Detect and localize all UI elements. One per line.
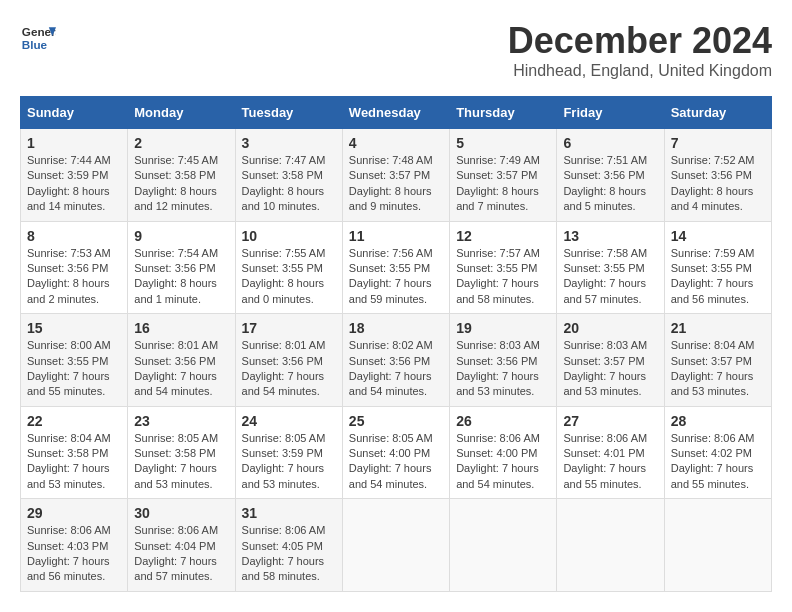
day-number: 26 [456,413,550,429]
cell-info: Sunrise: 7:59 AM Sunset: 3:55 PM Dayligh… [671,246,765,308]
cell-info: Sunrise: 8:06 AM Sunset: 4:05 PM Dayligh… [242,523,336,585]
week-row-4: 22Sunrise: 8:04 AM Sunset: 3:58 PM Dayli… [21,406,772,499]
day-number: 22 [27,413,121,429]
day-number: 31 [242,505,336,521]
logo: General Blue [20,20,56,56]
day-number: 20 [563,320,657,336]
calendar-cell: 18Sunrise: 8:02 AM Sunset: 3:56 PM Dayli… [342,314,449,407]
day-number: 28 [671,413,765,429]
header-saturday: Saturday [664,97,771,129]
day-number: 30 [134,505,228,521]
cell-info: Sunrise: 7:48 AM Sunset: 3:57 PM Dayligh… [349,153,443,215]
calendar-cell: 8Sunrise: 7:53 AM Sunset: 3:56 PM Daylig… [21,221,128,314]
calendar-cell: 2Sunrise: 7:45 AM Sunset: 3:58 PM Daylig… [128,129,235,222]
cell-info: Sunrise: 8:06 AM Sunset: 4:04 PM Dayligh… [134,523,228,585]
day-number: 8 [27,228,121,244]
cell-info: Sunrise: 7:45 AM Sunset: 3:58 PM Dayligh… [134,153,228,215]
calendar-cell: 6Sunrise: 7:51 AM Sunset: 3:56 PM Daylig… [557,129,664,222]
calendar-cell: 27Sunrise: 8:06 AM Sunset: 4:01 PM Dayli… [557,406,664,499]
day-number: 17 [242,320,336,336]
day-number: 18 [349,320,443,336]
day-number: 14 [671,228,765,244]
calendar-cell: 21Sunrise: 8:04 AM Sunset: 3:57 PM Dayli… [664,314,771,407]
day-number: 24 [242,413,336,429]
cell-info: Sunrise: 7:44 AM Sunset: 3:59 PM Dayligh… [27,153,121,215]
day-number: 13 [563,228,657,244]
cell-info: Sunrise: 7:49 AM Sunset: 3:57 PM Dayligh… [456,153,550,215]
cell-info: Sunrise: 7:54 AM Sunset: 3:56 PM Dayligh… [134,246,228,308]
cell-info: Sunrise: 8:03 AM Sunset: 3:57 PM Dayligh… [563,338,657,400]
page-header: General Blue December 2024 Hindhead, Eng… [20,20,772,80]
calendar-table: SundayMondayTuesdayWednesdayThursdayFrid… [20,96,772,592]
header-thursday: Thursday [450,97,557,129]
calendar-cell: 22Sunrise: 8:04 AM Sunset: 3:58 PM Dayli… [21,406,128,499]
calendar-cell: 23Sunrise: 8:05 AM Sunset: 3:58 PM Dayli… [128,406,235,499]
calendar-cell: 10Sunrise: 7:55 AM Sunset: 3:55 PM Dayli… [235,221,342,314]
calendar-cell: 30Sunrise: 8:06 AM Sunset: 4:04 PM Dayli… [128,499,235,592]
header-wednesday: Wednesday [342,97,449,129]
day-number: 29 [27,505,121,521]
day-number: 7 [671,135,765,151]
cell-info: Sunrise: 7:47 AM Sunset: 3:58 PM Dayligh… [242,153,336,215]
cell-info: Sunrise: 8:00 AM Sunset: 3:55 PM Dayligh… [27,338,121,400]
day-number: 1 [27,135,121,151]
cell-info: Sunrise: 7:56 AM Sunset: 3:55 PM Dayligh… [349,246,443,308]
calendar-cell: 5Sunrise: 7:49 AM Sunset: 3:57 PM Daylig… [450,129,557,222]
calendar-cell: 3Sunrise: 7:47 AM Sunset: 3:58 PM Daylig… [235,129,342,222]
calendar-cell [557,499,664,592]
header-friday: Friday [557,97,664,129]
calendar-cell: 19Sunrise: 8:03 AM Sunset: 3:56 PM Dayli… [450,314,557,407]
calendar-cell: 17Sunrise: 8:01 AM Sunset: 3:56 PM Dayli… [235,314,342,407]
calendar-cell: 9Sunrise: 7:54 AM Sunset: 3:56 PM Daylig… [128,221,235,314]
header-tuesday: Tuesday [235,97,342,129]
cell-info: Sunrise: 8:03 AM Sunset: 3:56 PM Dayligh… [456,338,550,400]
day-number: 2 [134,135,228,151]
day-number: 11 [349,228,443,244]
calendar-cell [450,499,557,592]
logo-icon: General Blue [20,20,56,56]
svg-text:Blue: Blue [22,38,48,51]
cell-info: Sunrise: 8:06 AM Sunset: 4:03 PM Dayligh… [27,523,121,585]
cell-info: Sunrise: 8:04 AM Sunset: 3:58 PM Dayligh… [27,431,121,493]
header-sunday: Sunday [21,97,128,129]
cell-info: Sunrise: 8:05 AM Sunset: 3:59 PM Dayligh… [242,431,336,493]
calendar-cell: 29Sunrise: 8:06 AM Sunset: 4:03 PM Dayli… [21,499,128,592]
day-number: 23 [134,413,228,429]
day-number: 15 [27,320,121,336]
calendar-cell: 25Sunrise: 8:05 AM Sunset: 4:00 PM Dayli… [342,406,449,499]
calendar-title: December 2024 [508,20,772,62]
cell-info: Sunrise: 8:06 AM Sunset: 4:02 PM Dayligh… [671,431,765,493]
cell-info: Sunrise: 7:51 AM Sunset: 3:56 PM Dayligh… [563,153,657,215]
cell-info: Sunrise: 8:06 AM Sunset: 4:01 PM Dayligh… [563,431,657,493]
calendar-cell: 1Sunrise: 7:44 AM Sunset: 3:59 PM Daylig… [21,129,128,222]
cell-info: Sunrise: 7:57 AM Sunset: 3:55 PM Dayligh… [456,246,550,308]
calendar-cell: 28Sunrise: 8:06 AM Sunset: 4:02 PM Dayli… [664,406,771,499]
day-number: 19 [456,320,550,336]
cell-info: Sunrise: 8:05 AM Sunset: 4:00 PM Dayligh… [349,431,443,493]
calendar-cell: 7Sunrise: 7:52 AM Sunset: 3:56 PM Daylig… [664,129,771,222]
day-number: 6 [563,135,657,151]
day-number: 3 [242,135,336,151]
cell-info: Sunrise: 7:52 AM Sunset: 3:56 PM Dayligh… [671,153,765,215]
day-number: 16 [134,320,228,336]
day-number: 21 [671,320,765,336]
week-row-2: 8Sunrise: 7:53 AM Sunset: 3:56 PM Daylig… [21,221,772,314]
day-number: 9 [134,228,228,244]
cell-info: Sunrise: 8:05 AM Sunset: 3:58 PM Dayligh… [134,431,228,493]
cell-info: Sunrise: 7:55 AM Sunset: 3:55 PM Dayligh… [242,246,336,308]
cell-info: Sunrise: 8:06 AM Sunset: 4:00 PM Dayligh… [456,431,550,493]
day-number: 4 [349,135,443,151]
calendar-subtitle: Hindhead, England, United Kingdom [508,62,772,80]
week-row-3: 15Sunrise: 8:00 AM Sunset: 3:55 PM Dayli… [21,314,772,407]
title-section: December 2024 Hindhead, England, United … [508,20,772,80]
week-row-1: 1Sunrise: 7:44 AM Sunset: 3:59 PM Daylig… [21,129,772,222]
cell-info: Sunrise: 8:02 AM Sunset: 3:56 PM Dayligh… [349,338,443,400]
day-number: 27 [563,413,657,429]
calendar-cell: 31Sunrise: 8:06 AM Sunset: 4:05 PM Dayli… [235,499,342,592]
calendar-cell: 16Sunrise: 8:01 AM Sunset: 3:56 PM Dayli… [128,314,235,407]
cell-info: Sunrise: 8:04 AM Sunset: 3:57 PM Dayligh… [671,338,765,400]
calendar-cell [342,499,449,592]
calendar-header-row: SundayMondayTuesdayWednesdayThursdayFrid… [21,97,772,129]
cell-info: Sunrise: 8:01 AM Sunset: 3:56 PM Dayligh… [134,338,228,400]
calendar-cell: 15Sunrise: 8:00 AM Sunset: 3:55 PM Dayli… [21,314,128,407]
